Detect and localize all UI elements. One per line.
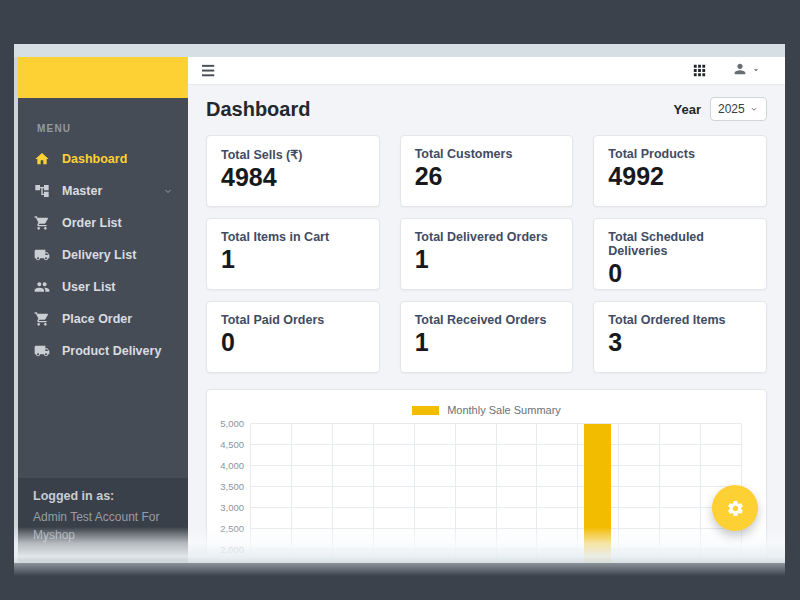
y-axis-tick-label: 5,000 <box>202 418 244 429</box>
gridline <box>250 465 741 466</box>
stat-card-value: 1 <box>415 245 559 274</box>
menu-section-label: MENU <box>37 123 188 134</box>
stat-card-scheduled-deliveries: Total Scheduled Deliveries 0 <box>593 218 767 290</box>
chart-plot-area: 5,0004,5004,0003,5003,0002,5002,000 <box>250 423 741 563</box>
chevron-down-icon <box>749 104 759 114</box>
truck-icon <box>33 247 50 264</box>
y-axis-tick-label: 4,500 <box>202 439 244 450</box>
sidebar-item-order-list[interactable]: Order List <box>18 207 188 239</box>
user-menu-button[interactable] <box>728 57 765 84</box>
stat-card-title: Total Received Orders <box>415 313 559 327</box>
topbar <box>188 57 785 85</box>
sidebar-item-label: Delivery List <box>62 248 136 262</box>
sitemap-icon <box>33 183 50 200</box>
sidebar-nav: Dashboard Master <box>18 143 188 367</box>
gridline <box>250 549 741 550</box>
stat-card-value: 0 <box>221 328 365 357</box>
stat-card-value: 1 <box>221 245 365 274</box>
truck-icon <box>33 343 50 360</box>
y-axis-tick-label: 2,500 <box>202 523 244 534</box>
window-bottom-glow <box>14 561 785 576</box>
stat-card-value: 26 <box>415 162 559 191</box>
caret-down-icon <box>751 63 761 78</box>
logged-in-account: Myshop <box>33 526 173 545</box>
cart-icon <box>33 311 50 328</box>
stat-card-value: 3 <box>608 328 752 357</box>
stat-card-delivered-orders: Total Delivered Orders 1 <box>400 218 574 290</box>
apps-grid-icon <box>691 62 708 79</box>
gridline <box>250 528 741 529</box>
sidebar-item-label: User List <box>62 280 116 294</box>
stat-card-received-orders: Total Received Orders 1 <box>400 301 574 373</box>
sidebar-item-delivery-list[interactable]: Delivery List <box>18 239 188 271</box>
chart-legend[interactable]: Monthly Sale Summary <box>207 404 766 416</box>
stat-card-total-products: Total Products 4992 <box>593 135 767 207</box>
stat-card-items-in-cart: Total Items in Cart 1 <box>206 218 380 290</box>
legend-label: Monthly Sale Summary <box>447 404 561 416</box>
chevron-down-icon <box>162 185 174 197</box>
stat-card-value: 0 <box>608 259 752 288</box>
window-chrome-strip <box>14 44 785 57</box>
desktop-background: MENU Dashboard Master <box>0 0 800 600</box>
year-select-value: 2025 <box>718 102 745 116</box>
logged-in-label: Logged in as: <box>33 489 173 503</box>
menu-toggle-button[interactable] <box>197 60 221 82</box>
year-select[interactable]: 2025 <box>710 97 767 121</box>
cart-icon <box>33 215 50 232</box>
sidebar-item-master[interactable]: Master <box>18 175 188 207</box>
app-window: MENU Dashboard Master <box>14 44 785 563</box>
sidebar: MENU Dashboard Master <box>18 57 188 563</box>
gridline <box>250 507 741 508</box>
stat-card-title: Total Customers <box>415 147 559 161</box>
gridline <box>250 486 741 487</box>
sidebar-item-dashboard[interactable]: Dashboard <box>18 143 188 175</box>
gridline <box>250 423 741 424</box>
gear-icon <box>726 499 745 518</box>
page-title: Dashboard <box>206 95 310 123</box>
hamburger-icon <box>201 64 217 78</box>
stat-card-title: Total Products <box>608 147 752 161</box>
monthly-sale-chart-card: Monthly Sale Summary 5,0004,5004,0003,50… <box>206 389 767 563</box>
stat-card-title: Total Scheduled Deliveries <box>608 230 752 258</box>
stat-card-title: Total Items in Cart <box>221 230 365 244</box>
logged-in-panel: Logged in as: Admin Test Account For Mys… <box>18 478 188 563</box>
gridline <box>250 444 741 445</box>
stat-card-title: Total Ordered Items <box>608 313 752 327</box>
stat-card-title: Total Delivered Orders <box>415 230 559 244</box>
apps-grid-button[interactable] <box>687 58 712 83</box>
sidebar-item-label: Order List <box>62 216 122 230</box>
stat-card-title: Total Paid Orders <box>221 313 365 327</box>
sidebar-item-product-delivery[interactable]: Product Delivery <box>18 335 188 367</box>
person-icon <box>732 61 748 80</box>
stat-card-value: 4984 <box>221 163 365 192</box>
stat-card-value: 1 <box>415 328 559 357</box>
stat-card-ordered-items: Total Ordered Items 3 <box>593 301 767 373</box>
y-axis-tick-label: 3,500 <box>202 481 244 492</box>
stat-card-paid-orders: Total Paid Orders 0 <box>206 301 380 373</box>
stat-card-title: Total Sells (₹) <box>221 147 365 162</box>
logged-in-account: Admin Test Account For <box>33 508 173 527</box>
settings-fab-button[interactable] <box>712 485 758 531</box>
sidebar-item-label: Product Delivery <box>62 344 161 358</box>
dashboard-content: Dashboard Year 2025 Total Sells (₹) <box>188 85 785 563</box>
chart-bar[interactable] <box>584 424 611 563</box>
stat-card-value: 4992 <box>608 162 752 191</box>
brand-logo-block[interactable] <box>18 57 188 98</box>
sidebar-item-label: Dashboard <box>62 152 127 166</box>
sidebar-item-label: Master <box>62 184 102 198</box>
home-icon <box>33 151 50 168</box>
users-icon <box>33 279 50 296</box>
stat-card-total-customers: Total Customers 26 <box>400 135 574 207</box>
sidebar-item-place-order[interactable]: Place Order <box>18 303 188 335</box>
sidebar-item-label: Place Order <box>62 312 132 326</box>
y-axis-tick-label: 2,000 <box>202 544 244 555</box>
year-label: Year <box>674 102 701 117</box>
stat-card-total-sells: Total Sells (₹) 4984 <box>206 135 380 207</box>
y-axis-tick-label: 4,000 <box>202 460 244 471</box>
stat-cards-grid: Total Sells (₹) 4984 Total Customers 26 … <box>206 135 767 373</box>
legend-swatch <box>412 406 439 415</box>
sidebar-item-user-list[interactable]: User List <box>18 271 188 303</box>
y-axis-tick-label: 3,000 <box>202 502 244 513</box>
